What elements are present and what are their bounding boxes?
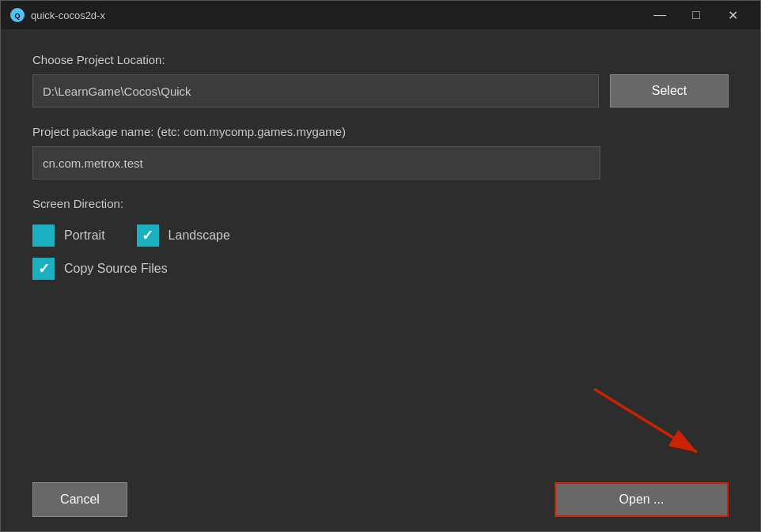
location-label: Choose Project Location: bbox=[32, 53, 729, 66]
app-icon: Q bbox=[10, 8, 25, 22]
svg-text:Q: Q bbox=[14, 12, 20, 20]
minimize-button[interactable]: — bbox=[642, 1, 678, 29]
landscape-label: Landscape bbox=[168, 228, 230, 243]
window-title: quick-cocos2d-x bbox=[31, 9, 642, 21]
orientation-row: Portrait ✓ Landscape bbox=[32, 224, 729, 247]
portrait-checkbox[interactable] bbox=[32, 224, 55, 247]
select-button[interactable]: Select bbox=[610, 74, 729, 108]
location-row: Select bbox=[32, 74, 729, 108]
window-controls: — □ ✕ bbox=[642, 1, 751, 29]
landscape-checkbox-item[interactable]: ✓ Landscape bbox=[137, 224, 230, 247]
maximize-button[interactable]: □ bbox=[678, 1, 714, 29]
landscape-checkmark: ✓ bbox=[142, 228, 153, 243]
location-input[interactable] bbox=[32, 74, 599, 108]
copy-source-checkmark: ✓ bbox=[38, 262, 50, 276]
landscape-checkbox[interactable]: ✓ bbox=[137, 224, 159, 247]
portrait-checkbox-item[interactable]: Portrait bbox=[32, 224, 105, 247]
package-input[interactable] bbox=[32, 146, 600, 179]
copy-source-label: Copy Source Files bbox=[64, 262, 168, 276]
dialog-content: Choose Project Location: Select Project … bbox=[1, 29, 760, 531]
dialog-footer: Cancel Open ... bbox=[1, 468, 760, 531]
close-button[interactable]: ✕ bbox=[714, 1, 751, 29]
portrait-label: Portrait bbox=[64, 228, 105, 243]
copy-source-checkbox-item[interactable]: ✓ Copy Source Files bbox=[32, 258, 729, 280]
copy-source-checkbox[interactable]: ✓ bbox=[32, 258, 55, 280]
open-button[interactable]: Open ... bbox=[555, 482, 729, 517]
package-label: Project package name: (etc: com.mycomp.g… bbox=[32, 125, 729, 138]
screen-direction-label: Screen Direction: bbox=[32, 197, 729, 210]
cancel-button[interactable]: Cancel bbox=[32, 482, 127, 517]
title-bar: Q quick-cocos2d-x — □ ✕ bbox=[1, 1, 760, 29]
main-window: Q quick-cocos2d-x — □ ✕ Choose Project L… bbox=[0, 0, 761, 532]
